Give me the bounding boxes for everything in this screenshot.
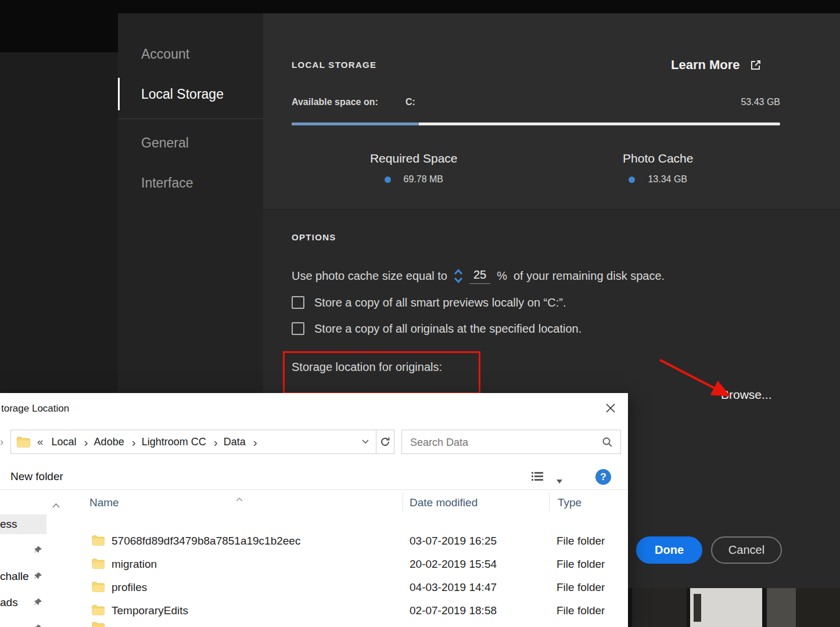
quick-access-label: challe	[0, 567, 29, 586]
checkbox[interactable]	[292, 296, 304, 309]
search-input[interactable]	[409, 431, 597, 454]
checkbox-row: Store a copy of all smart previews local…	[292, 295, 581, 310]
learn-more-label: Learn More	[671, 57, 740, 73]
file-type: File folder	[557, 529, 605, 553]
cancel-button[interactable]: Cancel	[711, 536, 782, 564]
chevron-right-icon: ›	[253, 436, 257, 448]
photo-thumbnail	[632, 588, 687, 627]
stat-value-row: 69.78 MB	[385, 174, 443, 185]
folder-icon	[92, 622, 105, 627]
folder-icon	[92, 558, 105, 569]
screen: Account Local Storage General In	[0, 0, 840, 627]
close-icon	[605, 403, 616, 413]
sidebar-item[interactable]: Account	[118, 39, 263, 69]
scrollbar-up-icon[interactable]	[52, 500, 60, 510]
cache-size-prefix: Use photo cache size equal to	[292, 269, 447, 283]
quick-access-item[interactable]: challe	[0, 567, 46, 586]
sidebar-item[interactable]: Interface	[118, 168, 263, 197]
file-name: 57068fd89df3479b8a7851a19c1b2eec	[112, 529, 300, 553]
quick-access-panel: ess	[0, 514, 46, 627]
checkbox[interactable]	[292, 322, 304, 335]
storage-location-label: Storage location for originals:	[292, 361, 442, 374]
options-checkboxes: Store a copy of all smart previews local…	[292, 295, 581, 347]
search-icon	[602, 437, 613, 450]
cache-size-suffix: of your remaining disk space.	[514, 269, 665, 283]
breadcrumb-item[interactable]: Data ›	[218, 436, 257, 448]
refresh-button[interactable]	[376, 430, 394, 454]
close-button[interactable]	[597, 399, 624, 417]
column-header-date[interactable]: Date modified	[410, 490, 478, 515]
section-title: LOCAL STORAGE	[292, 60, 376, 70]
address-bar[interactable]: « Local › Adobe › Lightroom CC ›	[10, 430, 376, 454]
quick-access-label: ads	[0, 593, 18, 612]
breadcrumb-label: Local	[52, 436, 77, 448]
breadcrumb-label: Data	[224, 436, 246, 448]
file-name: profiles	[112, 576, 147, 599]
breadcrumb-overflow[interactable]: «	[37, 435, 44, 448]
pin-icon	[34, 546, 42, 554]
storage-progress-bar	[292, 122, 780, 125]
options-title: OPTIONS	[292, 232, 336, 242]
quick-access-item[interactable]	[0, 619, 46, 627]
refresh-icon	[380, 437, 390, 447]
available-space-row: Available space on: C: 53.43 GB	[292, 97, 780, 110]
file-name: migration	[112, 553, 157, 576]
chevron-right-icon: ›	[214, 436, 218, 448]
breadcrumb-item[interactable]: Adobe ›	[88, 436, 136, 448]
sidebar-item-label: Local Storage	[141, 87, 224, 102]
column-separator[interactable]	[549, 493, 550, 511]
done-button[interactable]: Done	[636, 536, 702, 564]
file-row[interactable]: 57068fd89df3479b8a7851a19c1b2eec 03-07-2…	[0, 529, 628, 553]
dialog-title: torage Location	[1, 393, 69, 424]
chevron-right-icon: ›	[132, 436, 136, 448]
quick-access-item[interactable]: ess	[0, 514, 46, 534]
file-list: 57068fd89df3479b8a7851a19c1b2eec 03-07-2…	[0, 529, 628, 622]
folder-icon	[16, 437, 30, 448]
stepper-icon[interactable]	[454, 268, 463, 284]
column-separator[interactable]	[403, 493, 403, 511]
file-type: File folder	[557, 576, 605, 599]
preferences-sidebar-nav: Account Local Storage General In	[118, 39, 263, 208]
sidebar-item[interactable]: General	[118, 128, 263, 157]
folder-icon	[92, 535, 105, 546]
cache-size-row: Use photo cache size equal to 25 % of yo…	[292, 268, 665, 284]
stat-value-row: 13.34 GB	[629, 174, 687, 185]
view-dropdown-icon[interactable]	[557, 475, 562, 486]
search-box	[401, 430, 621, 454]
learn-more-link[interactable]: Learn More	[671, 57, 762, 73]
breadcrumb-item[interactable]: Local ›	[46, 436, 88, 448]
sidebar-item[interactable]: Local Storage	[118, 80, 263, 109]
new-folder-button[interactable]: New folder	[10, 464, 63, 489]
quick-access-label: ess	[0, 514, 17, 534]
quick-access-item[interactable]	[0, 540, 46, 560]
sidebar-item-label: Account	[141, 46, 189, 62]
details-view-icon[interactable]	[531, 471, 544, 484]
column-header-type[interactable]: Type	[558, 490, 581, 515]
help-button[interactable]: ?	[595, 469, 611, 485]
photo-thumbnail	[767, 588, 840, 627]
cache-size-input[interactable]: 25	[469, 268, 490, 284]
file-row[interactable]: profiles 04-03-2019 14:47 File folder	[0, 576, 628, 599]
file-row[interactable]: TemporaryEdits 02-07-2019 18:58 File fol…	[0, 599, 628, 622]
sidebar-item-label: Interface	[141, 175, 193, 191]
browse-button[interactable]: Browse...	[721, 388, 772, 402]
address-dropdown-icon[interactable]	[362, 439, 369, 444]
stat-label: Photo Cache	[623, 152, 693, 165]
file-row[interactable]: migration 20-02-2019 15:54 File folder	[0, 553, 628, 576]
quick-access-item[interactable]: ads	[0, 593, 46, 612]
file-date-modified: 04-03-2019 14:47	[410, 576, 497, 599]
legend-dot-icon	[385, 176, 391, 183]
pin-icon	[34, 624, 42, 627]
chevron-right-icon: ›	[84, 436, 88, 448]
storage-stat: Required Space 69.78 MB	[292, 152, 536, 185]
photo-thumbnail	[690, 588, 762, 627]
sidebar-item-label: General	[141, 135, 189, 151]
column-header-name[interactable]: Name	[89, 490, 119, 515]
storage-location-dialog: torage Location › « Local ›	[0, 393, 628, 627]
sort-ascending-icon	[236, 493, 243, 504]
breadcrumb-label: Adobe	[94, 436, 124, 448]
folder-icon	[92, 582, 105, 592]
breadcrumb-item[interactable]: Lightroom CC ›	[136, 436, 218, 448]
checkbox-label: Store a copy of all originals at the spe…	[314, 322, 581, 336]
nav-button-fragment: ›	[0, 436, 3, 448]
